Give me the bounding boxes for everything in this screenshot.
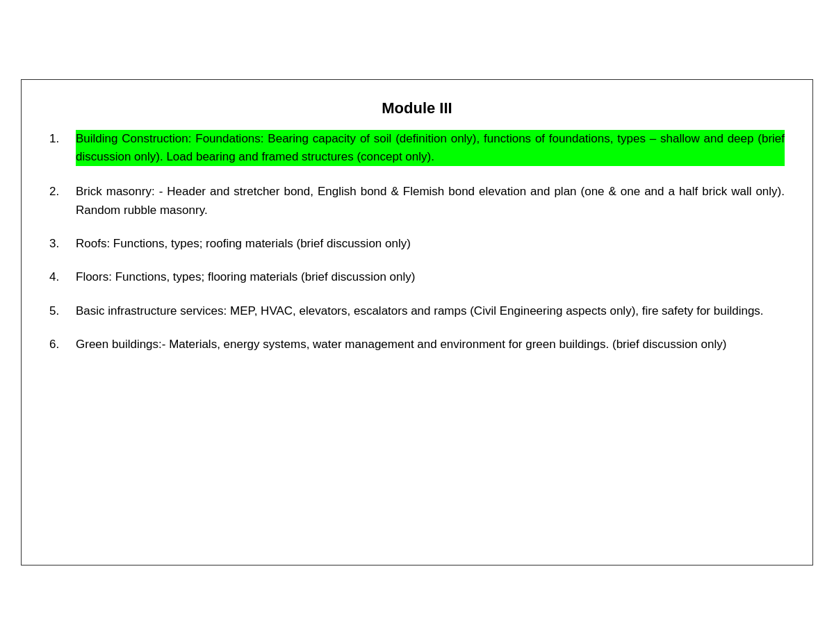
item-number: 6. — [49, 336, 76, 354]
module-title: Module III — [49, 99, 785, 117]
item-content-6: Green buildings:- Materials, energy syst… — [76, 336, 785, 354]
list-item: 6. Green buildings:- Materials, energy s… — [49, 336, 785, 354]
list-item: 2. Brick masonry: - Header and stretcher… — [49, 183, 785, 220]
item-content-4: Floors: Functions, types; flooring mater… — [76, 268, 785, 286]
list-item: 4. Floors: Functions, types; flooring ma… — [49, 268, 785, 286]
list-item: 1. Building Construction: Foundations: B… — [49, 130, 785, 167]
item-number: 5. — [49, 302, 76, 320]
list-item: 3. Roofs: Functions, types; roofing mate… — [49, 235, 785, 253]
item-content-1: Building Construction: Foundations: Bear… — [76, 130, 785, 167]
content-box: Module III 1. Building Construction: Fou… — [21, 79, 813, 565]
item-number: 4. — [49, 268, 76, 286]
item-content-3: Roofs: Functions, types; roofing materia… — [76, 235, 785, 253]
item-number: 2. — [49, 183, 76, 201]
page-wrapper: Module III 1. Building Construction: Fou… — [0, 0, 834, 644]
item-list: 1. Building Construction: Foundations: B… — [49, 130, 785, 354]
list-item: 5. Basic infrastructure services: MEP, H… — [49, 302, 785, 320]
item-content-2: Brick masonry: - Header and stretcher bo… — [76, 183, 785, 220]
item-number: 3. — [49, 235, 76, 253]
item-content-5: Basic infrastructure services: MEP, HVAC… — [76, 302, 785, 320]
item-number: 1. — [49, 130, 76, 148]
